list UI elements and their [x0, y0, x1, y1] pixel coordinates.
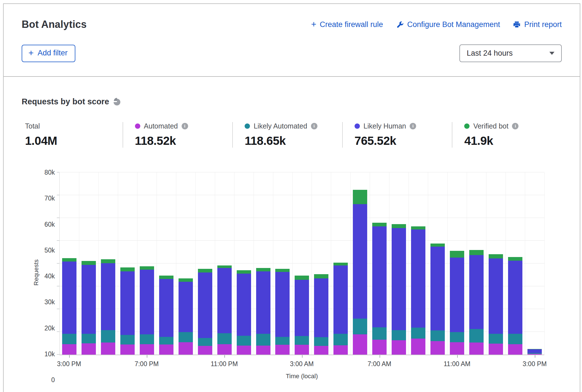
bar-segment-likely-automated[interactable]	[217, 333, 232, 344]
bar-segment-likely-human[interactable]	[159, 279, 173, 337]
bar-segment-likely-human[interactable]	[217, 268, 232, 333]
bar-segment-likely-human[interactable]	[198, 272, 212, 338]
bar-segment-automated[interactable]	[353, 334, 367, 355]
bar-segment-automated[interactable]	[411, 339, 425, 355]
bar-segment-verified-bot[interactable]	[198, 269, 212, 272]
bar-segment-automated[interactable]	[333, 345, 348, 355]
bar-segment-automated[interactable]	[430, 341, 445, 355]
time-range-select[interactable]: Last 24 hours	[459, 44, 562, 62]
bar-segment-verified-bot[interactable]	[275, 269, 290, 272]
bar-segment-verified-bot[interactable]	[82, 261, 96, 265]
bar-segment-likely-human[interactable]	[372, 226, 387, 327]
bar-segment-automated[interactable]	[140, 344, 154, 355]
bar-segment-verified-bot[interactable]	[489, 254, 503, 258]
info-icon[interactable]: i	[311, 123, 317, 129]
bar-segment-likely-automated[interactable]	[179, 332, 193, 342]
bar-segment-likely-automated[interactable]	[314, 337, 328, 346]
stacked-bar[interactable]	[101, 172, 115, 355]
bar-segment-verified-bot[interactable]	[314, 274, 328, 278]
bar-segment-likely-automated[interactable]	[508, 334, 522, 344]
stacked-bar[interactable]	[469, 172, 484, 355]
bar-segment-likely-automated[interactable]	[275, 337, 290, 345]
bar-segment-verified-bot[interactable]	[179, 278, 193, 282]
bar-segment-likely-automated[interactable]	[140, 334, 154, 344]
bar-segment-verified-bot[interactable]	[508, 257, 522, 261]
bar-segment-likely-automated[interactable]	[101, 330, 115, 343]
bar-segment-automated[interactable]	[275, 345, 290, 355]
bar-segment-automated[interactable]	[469, 343, 484, 355]
bar-segment-likely-human[interactable]	[430, 247, 445, 330]
bar-segment-automated[interactable]	[450, 342, 464, 355]
bar-segment-automated[interactable]	[217, 344, 232, 355]
bar-segment-verified-bot[interactable]	[217, 265, 232, 268]
bar-segment-likely-automated[interactable]	[82, 334, 96, 343]
bar-segment-likely-human[interactable]	[237, 274, 251, 335]
bar-segment-automated[interactable]	[256, 346, 270, 355]
bar-segment-likely-human[interactable]	[179, 282, 193, 332]
bar-segment-automated[interactable]	[489, 344, 503, 355]
bar-segment-automated[interactable]	[120, 344, 135, 355]
bar-segment-likely-automated[interactable]	[353, 319, 367, 334]
bar-segment-likely-automated[interactable]	[295, 336, 309, 345]
stacked-bar[interactable]	[198, 172, 212, 355]
bar-segment-likely-human[interactable]	[353, 204, 367, 319]
stacked-bar[interactable]	[508, 172, 522, 355]
stacked-bar[interactable]	[179, 172, 193, 355]
bar-segment-likely-automated[interactable]	[411, 328, 425, 339]
bar-segment-automated[interactable]	[372, 340, 387, 355]
bar-segment-automated[interactable]	[392, 340, 406, 355]
bar-segment-likely-automated[interactable]	[237, 336, 251, 346]
bar-segment-verified-bot[interactable]	[411, 226, 425, 229]
bar-segment-verified-bot[interactable]	[353, 190, 367, 204]
bar-segment-likely-human[interactable]	[120, 271, 135, 335]
bar-segment-likely-human[interactable]	[508, 261, 522, 334]
bar-segment-verified-bot[interactable]	[372, 223, 387, 226]
bar-segment-likely-human[interactable]	[101, 263, 115, 330]
bar-segment-likely-human[interactable]	[62, 262, 76, 334]
bar-segment-likely-human[interactable]	[295, 280, 309, 336]
stacked-bar[interactable]	[237, 172, 251, 355]
bar-segment-likely-automated[interactable]	[372, 327, 387, 340]
stacked-bar[interactable]	[62, 172, 76, 355]
bar-segment-automated[interactable]	[179, 342, 193, 355]
bar-segment-likely-automated[interactable]	[256, 334, 270, 345]
bar-segment-likely-automated[interactable]	[450, 332, 464, 342]
bar-segment-verified-bot[interactable]	[120, 267, 135, 271]
stacked-bar[interactable]	[411, 172, 425, 355]
stacked-bar[interactable]	[314, 172, 328, 355]
bar-segment-automated[interactable]	[508, 344, 522, 355]
stacked-bar[interactable]	[392, 172, 406, 355]
bar-segment-likely-automated[interactable]	[489, 334, 503, 344]
bar-segment-automated[interactable]	[314, 346, 328, 355]
bar-segment-likely-human[interactable]	[411, 229, 425, 328]
bar-segment-likely-human[interactable]	[527, 349, 542, 353]
bar-segment-verified-bot[interactable]	[101, 259, 115, 263]
bar-segment-likely-automated[interactable]	[198, 338, 212, 346]
info-icon[interactable]: i	[512, 123, 518, 129]
bar-segment-verified-bot[interactable]	[392, 224, 406, 228]
bar-segment-verified-bot[interactable]	[140, 266, 154, 270]
stacked-bar[interactable]	[430, 172, 445, 355]
bar-segment-likely-automated[interactable]	[120, 335, 135, 344]
bar-segment-verified-bot[interactable]	[450, 251, 464, 257]
bar-segment-verified-bot[interactable]	[469, 250, 484, 255]
info-icon[interactable]: i	[410, 123, 416, 129]
bar-segment-likely-human[interactable]	[314, 278, 328, 337]
bar-segment-automated[interactable]	[82, 343, 96, 355]
bar-segment-automated[interactable]	[237, 346, 251, 355]
bar-segment-automated[interactable]	[527, 354, 542, 355]
bar-segment-likely-human[interactable]	[82, 265, 96, 334]
bar-segment-likely-human[interactable]	[256, 271, 270, 334]
stacked-bar[interactable]	[120, 172, 135, 355]
bar-segment-verified-bot[interactable]	[295, 276, 309, 280]
info-icon[interactable]: i	[182, 123, 188, 129]
create-firewall-rule-link[interactable]: + Create firewall rule	[311, 20, 383, 29]
bar-segment-automated[interactable]	[159, 344, 173, 355]
stacked-bar[interactable]	[489, 172, 503, 355]
stacked-bar[interactable]	[372, 172, 387, 355]
bar-segment-verified-bot[interactable]	[333, 263, 348, 266]
bar-segment-likely-human[interactable]	[489, 258, 503, 334]
bar-segment-verified-bot[interactable]	[159, 276, 173, 279]
bar-segment-likely-human[interactable]	[333, 265, 348, 334]
bar-segment-automated[interactable]	[295, 345, 309, 355]
